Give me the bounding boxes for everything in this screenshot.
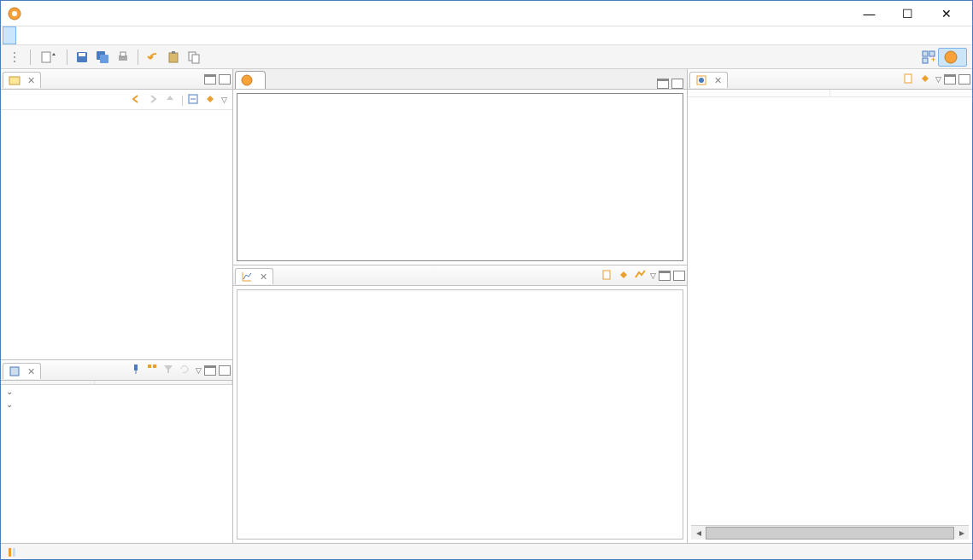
status-icon bbox=[6, 546, 18, 558]
close-view-icon[interactable]: ✕ bbox=[27, 75, 35, 86]
close-button[interactable]: ✕ bbox=[927, 2, 965, 26]
maximize-view-button[interactable] bbox=[958, 74, 970, 85]
navigator-tree[interactable] bbox=[1, 110, 232, 359]
main-toolbar: + bbox=[1, 45, 972, 69]
svg-rect-18 bbox=[923, 58, 928, 63]
app-icon bbox=[8, 7, 21, 20]
menu-help[interactable] bbox=[57, 26, 71, 44]
svg-point-1 bbox=[12, 11, 17, 16]
data-analysis-icon bbox=[944, 50, 958, 64]
svg-point-3 bbox=[14, 56, 15, 58]
handle-icon bbox=[6, 48, 25, 67]
up-icon[interactable] bbox=[164, 93, 178, 107]
svg-rect-21 bbox=[9, 77, 20, 85]
svg-rect-33 bbox=[13, 548, 15, 557]
group-label[interactable]: ⌄ bbox=[1, 385, 232, 398]
svg-rect-24 bbox=[134, 365, 138, 370]
restore-icon[interactable] bbox=[179, 364, 193, 377]
minimize-view-button[interactable] bbox=[204, 74, 216, 85]
close-view-icon[interactable]: ✕ bbox=[27, 366, 35, 377]
col-property bbox=[1, 381, 95, 384]
analysis-header: ✕ ▽ bbox=[688, 69, 972, 90]
save-button[interactable] bbox=[73, 48, 91, 67]
view-menu-icon[interactable]: ▽ bbox=[196, 366, 202, 375]
chart-icon bbox=[241, 271, 253, 283]
pin-icon[interactable] bbox=[131, 364, 144, 377]
menu-window[interactable] bbox=[44, 26, 57, 44]
xyplot-tab[interactable]: ✕ bbox=[235, 268, 273, 284]
svg-point-2 bbox=[14, 52, 15, 54]
minimize-view-button[interactable] bbox=[944, 74, 956, 85]
chart-area[interactable] bbox=[237, 289, 683, 540]
svg-rect-13 bbox=[172, 51, 175, 54]
svg-point-4 bbox=[14, 61, 15, 62]
filter-icon[interactable] bbox=[163, 364, 177, 377]
menu-edit[interactable] bbox=[16, 26, 30, 44]
lap-icon bbox=[241, 74, 253, 86]
svg-text:+: + bbox=[931, 55, 935, 64]
maximize-editor-button[interactable] bbox=[671, 79, 683, 89]
status-bar bbox=[1, 543, 972, 560]
forward-icon[interactable] bbox=[147, 93, 161, 107]
menu-run[interactable] bbox=[30, 26, 44, 44]
menu-bar bbox=[1, 26, 972, 45]
categories-icon[interactable] bbox=[147, 364, 161, 377]
minimize-view-button[interactable] bbox=[659, 271, 671, 281]
navigator-header: ✕ bbox=[1, 69, 232, 90]
menu-file[interactable] bbox=[3, 26, 16, 44]
new-button[interactable] bbox=[36, 48, 62, 67]
svg-point-27 bbox=[242, 75, 252, 85]
navigator-tab[interactable]: ✕ bbox=[3, 72, 41, 88]
link-editor-icon[interactable] bbox=[204, 93, 218, 107]
editor-tab-msa[interactable] bbox=[235, 71, 266, 89]
maximize-view-button[interactable] bbox=[219, 365, 231, 376]
minimize-button[interactable]: — bbox=[850, 2, 888, 26]
svg-rect-31 bbox=[905, 74, 911, 83]
svg-rect-26 bbox=[153, 365, 156, 368]
analysis-col-title bbox=[688, 90, 830, 96]
copy-icon[interactable] bbox=[903, 73, 917, 86]
col-value bbox=[95, 381, 232, 384]
maximize-view-button[interactable] bbox=[219, 74, 231, 85]
editor-tree[interactable] bbox=[237, 93, 683, 261]
xyplot-header: ✕ ▽ bbox=[233, 265, 687, 286]
properties-tab[interactable]: ✕ bbox=[3, 363, 41, 379]
analysis-scrollbar[interactable]: ◂ ▸ bbox=[691, 525, 969, 540]
view-menu-icon[interactable]: ▽ bbox=[650, 271, 656, 280]
minimize-view-button[interactable] bbox=[204, 365, 216, 376]
svg-rect-12 bbox=[169, 53, 178, 62]
paste-button[interactable] bbox=[164, 48, 183, 67]
minimize-editor-button[interactable] bbox=[657, 79, 669, 89]
svg-rect-25 bbox=[148, 365, 151, 368]
group-metadata[interactable]: ⌄ bbox=[1, 398, 232, 411]
analysis-tab[interactable]: ✕ bbox=[689, 72, 728, 88]
svg-rect-23 bbox=[10, 367, 19, 376]
perspective-data-analysis[interactable] bbox=[938, 48, 967, 67]
undo-button[interactable] bbox=[144, 48, 162, 67]
close-view-icon[interactable]: ✕ bbox=[714, 75, 722, 86]
properties-icon bbox=[9, 365, 21, 377]
view-menu-icon[interactable]: ▽ bbox=[221, 96, 227, 104]
svg-point-30 bbox=[699, 78, 704, 83]
collapse-all-icon[interactable] bbox=[187, 93, 201, 107]
navigator-icon bbox=[9, 74, 21, 86]
maximize-button[interactable]: ☐ bbox=[888, 2, 927, 26]
copy-chart-icon[interactable] bbox=[601, 269, 615, 283]
line-style-icon[interactable] bbox=[634, 269, 648, 283]
save-all-button[interactable] bbox=[93, 48, 112, 67]
svg-point-20 bbox=[945, 51, 957, 63]
properties-header: ✕ ▽ bbox=[1, 360, 232, 381]
analysis-table bbox=[688, 90, 972, 525]
back-icon[interactable] bbox=[130, 93, 144, 107]
link-icon[interactable] bbox=[618, 269, 631, 283]
close-view-icon[interactable]: ✕ bbox=[260, 271, 267, 283]
link-icon[interactable] bbox=[919, 73, 933, 86]
print-button[interactable] bbox=[114, 48, 132, 67]
maximize-view-button[interactable] bbox=[673, 271, 685, 281]
svg-rect-16 bbox=[923, 51, 928, 56]
open-perspective-button[interactable]: + bbox=[919, 48, 938, 67]
svg-rect-32 bbox=[9, 548, 11, 557]
svg-rect-11 bbox=[120, 52, 126, 56]
view-menu-icon[interactable]: ▽ bbox=[935, 75, 941, 84]
copy-button[interactable] bbox=[185, 48, 203, 67]
